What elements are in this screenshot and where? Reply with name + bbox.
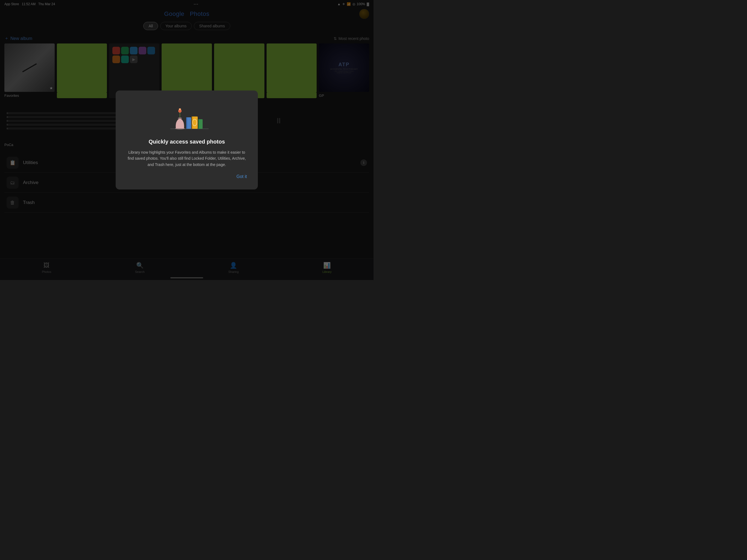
modal-dialog: Quickly access saved photos Library now … xyxy=(115,91,258,189)
svg-point-4 xyxy=(179,108,181,110)
svg-point-5 xyxy=(179,110,181,112)
got-it-button[interactable]: Got it xyxy=(236,172,247,181)
modal-overlay: Quickly access saved photos Library now … xyxy=(0,0,374,280)
modal-title: Quickly access saved photos xyxy=(149,138,225,145)
svg-rect-7 xyxy=(186,117,187,129)
svg-rect-12 xyxy=(198,119,199,129)
illustration-svg xyxy=(162,101,211,131)
modal-illustration xyxy=(162,101,211,131)
modal-body: Library now highlights your Favorites an… xyxy=(127,149,247,168)
